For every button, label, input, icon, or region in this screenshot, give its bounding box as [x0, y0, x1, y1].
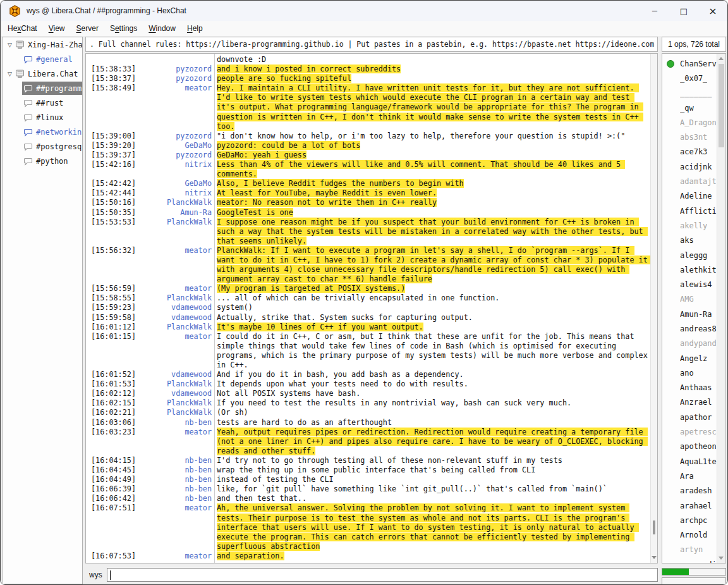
message-nick[interactable]: nb-ben — [136, 484, 212, 494]
message-nick[interactable]: GeDaMo — [136, 141, 212, 151]
user-row[interactable]: alewis4 — [662, 277, 717, 292]
user-row[interactable]: archpc — [662, 513, 717, 527]
tree-row[interactable]: ▽ ##rust — [3, 95, 82, 110]
user-row[interactable]: abs3nt — [662, 130, 717, 144]
message-nick[interactable]: PlanckWalk — [136, 398, 212, 408]
user-row[interactable]: apotheon — [662, 440, 717, 454]
user-row[interactable]: ace7k3 — [662, 145, 717, 159]
user-row[interactable]: _qw — [662, 101, 717, 115]
menu-window[interactable]: Window — [143, 22, 181, 35]
user-row[interactable]: _______ — [662, 86, 717, 101]
message-nick[interactable]: vdamewood — [136, 313, 212, 323]
topic-input[interactable]: . Full channel rules: https://libera-pro… — [85, 37, 658, 52]
message-nick[interactable]: nitrix — [136, 160, 212, 169]
user-row[interactable]: arahael — [662, 498, 717, 513]
message-nick[interactable]: pyzozord — [136, 151, 212, 160]
message-nick[interactable]: meator — [136, 332, 212, 342]
user-row[interactable]: apathor — [662, 410, 717, 424]
message-nick[interactable]: PlanckWalk — [136, 408, 212, 417]
user-row[interactable]: adamtajt — [662, 174, 717, 188]
user-row[interactable]: apetresc — [662, 424, 717, 439]
message-nick[interactable]: PlanckWalk — [136, 293, 212, 303]
user-row[interactable]: AMG — [662, 292, 717, 307]
userlist-scroll-up-icon[interactable] — [719, 57, 724, 60]
message-nick[interactable]: nb-ben — [136, 456, 212, 465]
message-nick[interactable]: PlanckWalk — [136, 218, 212, 227]
menu-server[interactable]: Server — [71, 22, 104, 35]
menu-settings[interactable]: Settings — [104, 22, 143, 35]
maximize-button[interactable]: □ — [669, 1, 698, 21]
tree-row[interactable]: ▽ #postgresq — [3, 139, 82, 154]
own-nick-label[interactable]: wys — [89, 570, 102, 579]
tree-row[interactable]: ▽ #general — [3, 52, 82, 66]
tree-row[interactable]: ▽ #networkin — [3, 125, 82, 139]
message-nick[interactable]: vdamewood — [136, 303, 212, 312]
tree-row[interactable]: ▽ ##programm — [3, 81, 82, 95]
user-row[interactable]: Adeline — [662, 189, 717, 204]
user-row[interactable]: Arnold — [662, 528, 717, 543]
message-nick[interactable]: pyzozord — [136, 74, 212, 83]
user-row[interactable]: asarandi — [662, 557, 717, 563]
message-nick[interactable]: nb-ben — [136, 475, 212, 484]
message-nick[interactable]: meator — [136, 246, 212, 256]
user-row[interactable]: aleggg — [662, 248, 717, 262]
tree-row[interactable]: ▽ #python — [3, 154, 82, 168]
minimize-button[interactable]: ─ — [640, 1, 669, 21]
user-row[interactable]: andreas8 — [662, 321, 717, 336]
close-button[interactable]: × — [698, 1, 727, 21]
message-nick[interactable]: vdamewood — [136, 370, 212, 379]
user-row[interactable]: aradesh — [662, 484, 717, 498]
tree-row[interactable]: ▽ #linux — [3, 110, 82, 125]
message-nick[interactable]: nb-ben — [136, 465, 212, 475]
message-input[interactable] — [107, 568, 658, 582]
menu-hexchat[interactable]: HexChat — [2, 22, 43, 35]
message-nick[interactable]: meator — [136, 551, 212, 561]
message-nick[interactable]: pyzozord — [136, 65, 212, 74]
message-nick[interactable]: meator — [136, 83, 212, 93]
tree-row[interactable]: ▽ Xing-Hai-Zha — [3, 37, 82, 52]
chat-scroll-down-icon[interactable] — [652, 556, 657, 559]
expander-icon[interactable]: ▽ — [6, 42, 14, 48]
user-row[interactable]: aks — [662, 233, 717, 248]
user-row[interactable]: Amun-Ra — [662, 307, 717, 321]
user-row[interactable]: artyn — [662, 543, 717, 557]
message-nick[interactable]: PlanckWalk — [136, 323, 212, 332]
userlist-scrollbar[interactable] — [717, 54, 725, 563]
user-row[interactable]: akelly — [662, 218, 717, 233]
user-row[interactable]: ChanServ — [662, 56, 717, 71]
message-nick[interactable]: PlanckWalk — [136, 379, 212, 389]
window-titlebar[interactable]: wys @ Libera.Chat / ##programming - HexC… — [1, 1, 727, 21]
message-nick[interactable]: meator — [136, 428, 212, 437]
user-row[interactable]: andypand — [662, 336, 717, 351]
user-row[interactable]: alethkit — [662, 262, 717, 277]
user-row[interactable]: A_Dragon — [662, 115, 717, 130]
message-nick[interactable]: meator — [136, 284, 212, 293]
user-row[interactable]: ano — [662, 366, 717, 380]
userlist-scroll-thumb[interactable] — [719, 64, 724, 147]
menu-help[interactable]: Help — [181, 22, 209, 35]
message-nick[interactable]: nb-ben — [136, 418, 212, 428]
message-nick[interactable]: Amun-Ra — [136, 208, 212, 218]
user-row[interactable]: Anzrael — [662, 395, 717, 410]
message-nick[interactable]: pyzozord — [136, 132, 212, 141]
menu-view[interactable]: View — [43, 22, 71, 35]
userlist-scroll-down-icon[interactable] — [719, 557, 724, 560]
user-row[interactable]: acidjnk — [662, 159, 717, 174]
message-nick[interactable]: GeDaMo — [136, 179, 212, 188]
user-row[interactable]: _0x07_ — [662, 71, 717, 85]
chat-scroll-thumb[interactable] — [653, 520, 655, 534]
message-nick[interactable]: PlanckWalk — [136, 198, 212, 207]
message-nick[interactable]: nb-ben — [136, 494, 212, 503]
user-row[interactable]: Angelz — [662, 351, 717, 366]
user-row[interactable]: AquaL1te — [662, 454, 717, 469]
expander-icon[interactable]: ▽ — [6, 71, 14, 77]
user-row[interactable]: Anthaas — [662, 381, 717, 395]
user-row[interactable]: Ara — [662, 469, 717, 483]
tree-row[interactable]: ▽ Libera.Chat — [3, 66, 82, 81]
user-row[interactable]: Afflicti — [662, 204, 717, 218]
message-nick[interactable]: vdamewood — [136, 389, 212, 398]
tree-label: #networkin — [36, 128, 82, 137]
chat-scrollbar[interactable] — [650, 54, 657, 563]
message-nick[interactable]: nitrix — [136, 188, 212, 198]
message-nick[interactable]: meator — [136, 503, 212, 513]
